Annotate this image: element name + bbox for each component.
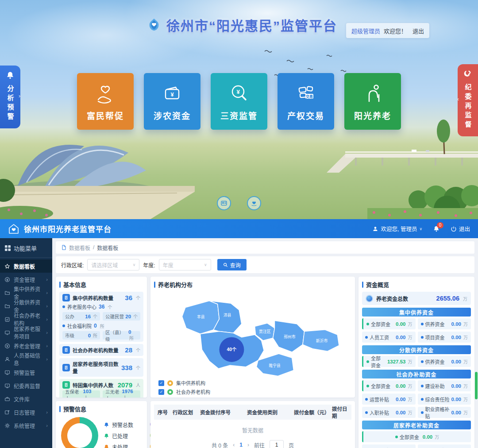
- total-funds-row: 养老资金总数 2655.06 万: [362, 292, 471, 305]
- chevron-left-icon: ‹: [457, 96, 459, 102]
- fund-cell: 人员工资 0.00万: [362, 332, 416, 343]
- year-select[interactable]: 年度 ∨: [159, 259, 211, 270]
- doc-badge-icon: [62, 364, 70, 371]
- document-check-icon: [4, 317, 11, 322]
- service-center-row: 养老服务中心 36 个: [62, 303, 140, 310]
- region-label-pizhou: 邳州市: [284, 334, 296, 339]
- chevron-right-icon: ›: [19, 93, 20, 99]
- breadcrumb-current: 数据看板: [97, 244, 118, 251]
- region-label-peixian: 沛县: [224, 313, 231, 317]
- col-index: 序号: [154, 409, 169, 416]
- tile-shenong-zijin[interactable]: ¥ 涉农资金: [144, 73, 200, 130]
- folder-icon: [4, 290, 11, 296]
- user-icon: [372, 226, 378, 232]
- coins-icon: [4, 277, 11, 282]
- hero-user-box: 超级管理员 欢迎您！ 退出: [346, 23, 429, 38]
- fund-cell: 建设补助 0.00万: [418, 380, 471, 391]
- section-header-social-subsidy: 社会办补助资金: [362, 370, 471, 378]
- col-region: 行政区划: [169, 409, 197, 416]
- hero-quick-dots: [0, 196, 478, 210]
- scrollbar-thumb[interactable]: [475, 372, 478, 399]
- hero-header: 徐州市“阳光惠民”监管平台: [145, 15, 337, 35]
- id-card-icon: [220, 200, 227, 207]
- warning-info-panel: 预警信息 预警总数 0 条: [56, 401, 147, 448]
- sidebar-item-jiwei-supervision[interactable]: 纪委再监督: [0, 379, 52, 392]
- page-unit-label: 页: [289, 441, 294, 448]
- stat-value: 36: [125, 294, 132, 301]
- basic-info-panel: 基本信息 集中供养机构数量 36 个: [56, 277, 147, 398]
- notification-badge: 0: [437, 222, 443, 228]
- goto-page-input[interactable]: [270, 440, 284, 448]
- sidebar-item-label: 系统管理: [14, 422, 35, 429]
- col-date: 拨付日期: [328, 405, 351, 419]
- sidebar-item-label: 日志管理: [14, 409, 35, 416]
- tile-yangguang-yanglao[interactable]: 阳光养老: [344, 73, 401, 130]
- id-card-dot[interactable]: [217, 196, 231, 210]
- col-amount: 拨付金额（元）: [290, 409, 328, 416]
- menu-title-label: 功能菜单: [14, 244, 37, 252]
- analysis-warning-tab[interactable]: 分析预警 ›: [0, 66, 20, 128]
- chip-public-private: 公建民营 20 个: [103, 312, 140, 321]
- jiwei-supervision-tab[interactable]: 纪委再监督 ‹: [458, 64, 478, 136]
- sidebar-item-warning-supervision[interactable]: 预警监管: [0, 366, 52, 379]
- sidebar-item-personnel-info[interactable]: 人员基础信息 ›: [0, 352, 52, 366]
- briefcase-icon: [4, 396, 11, 402]
- sidebar-item-label: 预警监管: [14, 369, 35, 376]
- header-notifications[interactable]: 0: [433, 225, 440, 232]
- chip-public: 公办 16 个: [62, 312, 100, 321]
- sidebar-item-pension-mgmt[interactable]: 养老金管理 ›: [0, 339, 52, 352]
- pin-green-icon: [167, 389, 173, 395]
- bell-icon: [6, 71, 15, 80]
- doc-badge-icon: [62, 294, 70, 301]
- sidebar-item-label: 人员基础信息: [14, 351, 43, 367]
- chip-city-level: 市级 0 所: [62, 331, 100, 340]
- filter-bar: 行政区域: 请选择区域 ∨ 年度: 年度 ∨ 查询: [56, 256, 474, 273]
- tile-chanquan-jiaoyi[interactable]: 交易 产权交易: [278, 73, 334, 130]
- table-empty-state: 暂无数据: [154, 420, 351, 437]
- sidebar-item-file-library[interactable]: 文件库: [0, 392, 52, 406]
- prev-page-button[interactable]: ‹: [233, 442, 235, 448]
- sidebar-item-data-board[interactable]: 数据看板: [0, 259, 52, 273]
- doc-badge-icon: [62, 346, 70, 354]
- user-role-label: 超级管理员: [351, 27, 380, 35]
- tile-label: 阳光养老: [354, 109, 391, 121]
- table-pagination: 共 0 条 ‹ 1 › 前往 页: [154, 437, 351, 448]
- hero-platform-title: 徐州市“阳光惠民”监管平台: [166, 15, 337, 35]
- hero-logout-button[interactable]: 退出: [412, 27, 424, 35]
- breadcrumb-root[interactable]: 数据看板: [69, 244, 90, 251]
- grid-icon: [5, 245, 11, 251]
- xuzhou-map[interactable]: 丰县 沛县 贾汪区 邳州市 新沂市 睢宁县 40个: [154, 292, 351, 378]
- bell-icon: [104, 422, 109, 428]
- chevron-down-icon: ∨: [204, 263, 207, 267]
- breadcrumb: 数据看板 / 数据看板: [56, 241, 474, 254]
- title-bar-accent: [59, 282, 61, 288]
- tile-fumin-bangcu[interactable]: 富民帮促: [77, 73, 134, 130]
- region-select[interactable]: 请选择区域 ∨: [87, 259, 139, 270]
- next-page-button[interactable]: ›: [247, 442, 249, 448]
- query-button[interactable]: 查询: [217, 259, 247, 270]
- table-header-row: 序号 行政区划 资金拨付序号 资金使用类别 拨付金额（元） 拨付日期: [154, 405, 351, 420]
- checkbox-checked[interactable]: ✓: [158, 380, 164, 386]
- fund-cell: 运营补贴 0.00万: [362, 394, 416, 405]
- region-label-fengxian: 丰县: [197, 314, 205, 319]
- page-number[interactable]: 1: [239, 442, 243, 448]
- bell-icon: [104, 444, 109, 448]
- trade-blocks-icon: 交易: [294, 81, 318, 105]
- sidebar-item-label: 集中供养资金: [14, 285, 43, 300]
- sidebar-item-log-mgmt[interactable]: 日志管理 ›: [0, 406, 52, 419]
- sidebar-item-funds-mgmt[interactable]: 资金管理 ›: [0, 273, 52, 286]
- sidebar-item-system-mgmt[interactable]: 系统管理 ›: [0, 419, 52, 432]
- breadcrumb-separator: /: [93, 244, 94, 251]
- party-emblem-icon: [463, 70, 472, 78]
- tile-label: 富民帮促: [87, 109, 124, 121]
- sidebar-item-social-institutions[interactable]: 社会办养老机构 ›: [0, 313, 52, 326]
- checkbox-checked[interactable]: ✓: [158, 389, 164, 395]
- sidebar-item-home-care-projects[interactable]: 居家养老服务项目 ›: [0, 326, 52, 339]
- heart-care-dot[interactable]: [247, 196, 261, 210]
- header-user-menu[interactable]: 欢迎您, 管理员 ∨: [372, 224, 422, 233]
- sidebar-item-central-support-funds[interactable]: 集中供养资金 ›: [0, 286, 52, 299]
- tile-sanzi-jianguan[interactable]: ¥ 产权交易 三资监管: [211, 73, 267, 130]
- sidebar-item-dispersed-support-funds[interactable]: 分散供养资金 ›: [0, 299, 52, 313]
- logout-button[interactable]: 退出: [451, 224, 470, 233]
- main-content: 数据看板 / 数据看板 行政区域: 请选择区域 ∨ 年度: 年度 ∨: [52, 238, 478, 448]
